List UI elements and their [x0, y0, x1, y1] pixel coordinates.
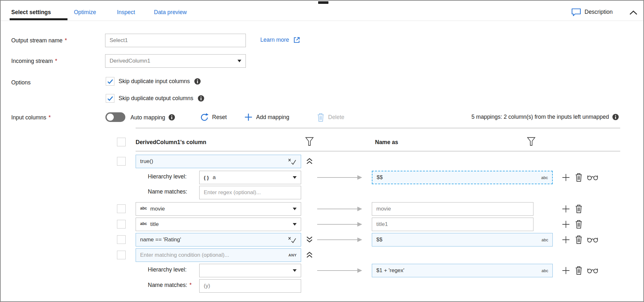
- auto-mapping-label: Auto mapping: [130, 114, 165, 121]
- output-stream-name-input[interactable]: Select1: [105, 34, 246, 47]
- column-header-name-as: Name as: [375, 139, 398, 146]
- name-matches-label: Name matches:: [148, 188, 187, 195]
- add-row-icon[interactable]: [562, 266, 570, 275]
- mapping-arrow: [317, 205, 362, 212]
- mapping-arrow: [317, 267, 362, 274]
- delete-row-icon[interactable]: [575, 204, 583, 213]
- tab-inspect[interactable]: Inspect: [117, 9, 135, 16]
- type-abc-badge: abc: [140, 206, 147, 211]
- row-checkbox[interactable]: [117, 251, 126, 259]
- select-settings-panel: Select settings Optimize Inspect Data pr…: [0, 0, 644, 302]
- info-icon[interactable]: [194, 78, 201, 85]
- skip-duplicate-input-checkbox[interactable]: [106, 77, 114, 86]
- delete-row-icon[interactable]: [575, 220, 583, 229]
- checkmark-icon: [107, 79, 113, 84]
- delete-row-icon[interactable]: [575, 266, 583, 275]
- name-matches-input[interactable]: (y): [199, 279, 301, 293]
- hierarchy-level-label: Hierarchy level:: [148, 173, 187, 180]
- source-column-dropdown[interactable]: abc movie: [136, 202, 301, 216]
- type-abc-badge: abc: [541, 268, 548, 273]
- type-abc-badge: abc: [541, 237, 548, 242]
- incoming-stream-label: Incoming stream*: [11, 58, 57, 65]
- name-as-input[interactable]: movie: [372, 202, 533, 216]
- hierarchy-level-dropdown[interactable]: [199, 264, 301, 277]
- inspect-rule-icon[interactable]: [587, 174, 598, 181]
- type-abc-badge: abc: [541, 175, 548, 180]
- mapping-summary: 5 mappings: 2 column(s) from the inputs …: [471, 114, 619, 120]
- name-matches-input[interactable]: Enter regex (optional)...: [199, 186, 301, 199]
- options-label: Options: [11, 79, 31, 86]
- row-checkbox[interactable]: [117, 235, 126, 244]
- comment-icon: [571, 8, 581, 16]
- filter-icon[interactable]: [527, 137, 536, 146]
- hierarchy-level-label: Hierarchy level:: [148, 266, 187, 273]
- active-tab-underline: [10, 18, 67, 20]
- expression-builder-icon[interactable]: [288, 236, 297, 244]
- add-row-icon[interactable]: [562, 220, 570, 229]
- info-icon[interactable]: [168, 114, 175, 121]
- info-icon[interactable]: [198, 95, 204, 102]
- add-row-icon[interactable]: [562, 236, 570, 244]
- name-as-input[interactable]: title1: [372, 218, 533, 231]
- description-label: Description: [585, 9, 613, 15]
- rule-condition-input[interactable]: true(): [136, 155, 301, 168]
- incoming-stream-dropdown[interactable]: DerivedColumn1: [105, 54, 246, 68]
- name-as-input[interactable]: $$ abc: [372, 171, 553, 184]
- required-asterisk: *: [65, 37, 67, 44]
- refresh-icon: [200, 113, 209, 122]
- collapse-rule-icon[interactable]: [305, 157, 314, 165]
- reset-button[interactable]: Reset: [200, 113, 227, 122]
- toggle-knob: [107, 114, 114, 121]
- inspect-rule-icon[interactable]: [587, 267, 598, 274]
- inspect-rule-icon[interactable]: [587, 237, 598, 243]
- rule-condition-input[interactable]: Enter matching condition (optional)... A…: [136, 248, 301, 262]
- skip-duplicate-output-label: Skip duplicate output columns: [119, 95, 193, 102]
- chevron-down-icon: [293, 208, 297, 210]
- expand-rule-icon[interactable]: [305, 236, 314, 243]
- add-row-icon[interactable]: [562, 205, 570, 213]
- row-checkbox[interactable]: [117, 220, 126, 229]
- auto-mapping-toggle[interactable]: [105, 112, 125, 122]
- external-link-icon: [293, 36, 301, 44]
- table-header-divider: [136, 151, 620, 151]
- tab-optimize[interactable]: Optimize: [74, 9, 96, 16]
- mapping-arrow: [317, 236, 362, 243]
- chevron-down-icon: [293, 176, 297, 179]
- delete-button[interactable]: Delete: [317, 113, 344, 122]
- required-asterisk: *: [190, 282, 192, 289]
- type-abc-badge: abc: [140, 221, 147, 226]
- required-asterisk: *: [55, 58, 57, 65]
- learn-more-link[interactable]: Learn more: [260, 36, 301, 44]
- filter-icon[interactable]: [305, 137, 314, 146]
- description-button[interactable]: Description: [571, 8, 613, 16]
- name-as-input[interactable]: $1 + 'regex' abc: [372, 264, 553, 277]
- checkmark-icon: [107, 96, 113, 101]
- chevron-down-icon: [237, 60, 241, 62]
- trash-icon: [317, 113, 325, 122]
- hierarchy-level-dropdown[interactable]: { } a: [199, 171, 301, 184]
- source-column-dropdown[interactable]: abc title: [136, 218, 301, 231]
- skip-duplicate-input-label: Skip duplicate input columns: [119, 78, 190, 85]
- rule-condition-input[interactable]: name == 'Rating': [136, 233, 301, 246]
- select-all-checkbox[interactable]: [117, 138, 126, 146]
- row-checkbox[interactable]: [117, 204, 126, 213]
- skip-duplicate-output-checkbox[interactable]: [106, 94, 114, 103]
- info-icon[interactable]: [612, 114, 619, 120]
- chevron-down-icon: [293, 269, 297, 272]
- add-row-icon[interactable]: [562, 173, 570, 182]
- collapse-rule-icon[interactable]: [305, 251, 314, 259]
- row-checkbox[interactable]: [117, 157, 126, 166]
- collapse-panel-chevron-up-icon[interactable]: [629, 10, 638, 15]
- skip-duplicate-input-row: Skip duplicate input columns: [106, 77, 201, 86]
- delete-row-icon[interactable]: [575, 235, 583, 244]
- tab-data-preview[interactable]: Data preview: [154, 9, 187, 16]
- name-as-input[interactable]: $$ abc: [372, 233, 553, 246]
- output-stream-name-label: Output stream name*: [11, 37, 67, 44]
- expression-builder-icon[interactable]: [288, 158, 297, 166]
- skip-duplicate-output-row: Skip duplicate output columns: [106, 94, 204, 103]
- add-mapping-button[interactable]: Add mapping: [244, 113, 289, 121]
- panel-drag-handle[interactable]: [318, 1, 328, 4]
- delete-row-icon[interactable]: [575, 173, 583, 182]
- tab-select-settings[interactable]: Select settings: [11, 9, 51, 16]
- mapping-arrow: [317, 221, 362, 228]
